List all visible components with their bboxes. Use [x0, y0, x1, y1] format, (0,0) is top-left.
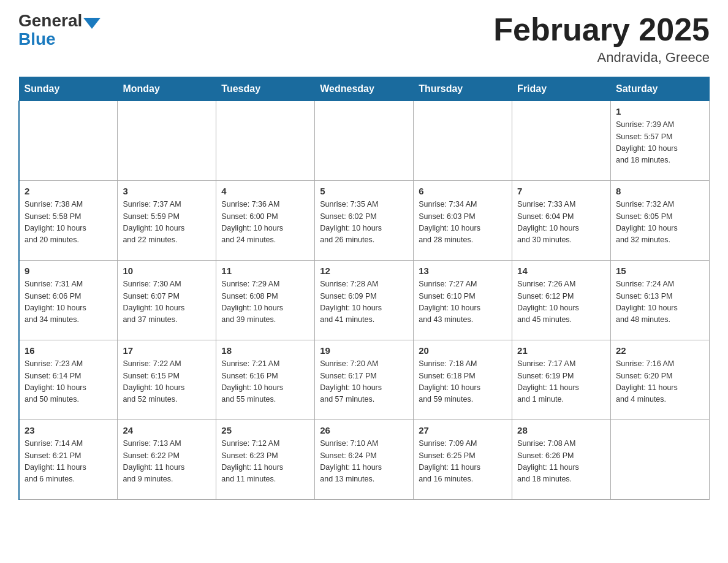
calendar-cell: 4Sunrise: 7:36 AM Sunset: 6:00 PM Daylig… — [216, 181, 315, 261]
calendar-cell: 20Sunrise: 7:18 AM Sunset: 6:18 PM Dayli… — [414, 340, 512, 420]
week-row-3: 9Sunrise: 7:31 AM Sunset: 6:06 PM Daylig… — [19, 261, 710, 340]
weekday-header-thursday: Thursday — [414, 77, 512, 101]
logo-general-text: General — [18, 12, 82, 29]
calendar-cell: 2Sunrise: 7:38 AM Sunset: 5:58 PM Daylig… — [19, 181, 118, 261]
logo-triangle-icon — [83, 18, 100, 29]
day-info: Sunrise: 7:21 AM Sunset: 6:16 PM Dayligh… — [221, 358, 309, 406]
day-number: 21 — [517, 345, 605, 356]
calendar-cell — [19, 101, 118, 181]
day-number: 20 — [419, 345, 507, 356]
calendar-cell: 27Sunrise: 7:09 AM Sunset: 6:25 PM Dayli… — [414, 420, 512, 500]
day-number: 7 — [517, 186, 605, 196]
calendar-cell: 9Sunrise: 7:31 AM Sunset: 6:06 PM Daylig… — [19, 261, 118, 340]
week-row-2: 2Sunrise: 7:38 AM Sunset: 5:58 PM Daylig… — [19, 181, 710, 261]
calendar-cell: 18Sunrise: 7:21 AM Sunset: 6:16 PM Dayli… — [216, 340, 315, 420]
day-info: Sunrise: 7:33 AM Sunset: 6:04 PM Dayligh… — [517, 199, 605, 247]
calendar-cell: 19Sunrise: 7:20 AM Sunset: 6:17 PM Dayli… — [315, 340, 414, 420]
weekday-header-tuesday: Tuesday — [216, 77, 315, 101]
day-number: 27 — [419, 425, 507, 435]
day-number: 9 — [25, 266, 112, 276]
day-number: 3 — [123, 186, 211, 196]
day-number: 22 — [616, 345, 704, 356]
calendar-cell: 10Sunrise: 7:30 AM Sunset: 6:07 PM Dayli… — [118, 261, 216, 340]
day-info: Sunrise: 7:23 AM Sunset: 6:14 PM Dayligh… — [25, 358, 112, 406]
calendar-cell — [315, 101, 414, 181]
day-number: 12 — [320, 266, 408, 276]
day-number: 18 — [221, 345, 309, 356]
day-info: Sunrise: 7:28 AM Sunset: 6:09 PM Dayligh… — [320, 278, 408, 326]
title-area: February 2025 Andravida, Greece — [493, 12, 710, 66]
day-number: 5 — [320, 186, 408, 196]
calendar-table: SundayMondayTuesdayWednesdayThursdayFrid… — [18, 77, 710, 500]
calendar-cell: 3Sunrise: 7:37 AM Sunset: 5:59 PM Daylig… — [118, 181, 216, 261]
weekday-header-wednesday: Wednesday — [315, 77, 414, 101]
weekday-header-saturday: Saturday — [611, 77, 710, 101]
week-row-1: 1Sunrise: 7:39 AM Sunset: 5:57 PM Daylig… — [19, 101, 710, 181]
day-info: Sunrise: 7:35 AM Sunset: 6:02 PM Dayligh… — [320, 199, 408, 247]
day-number: 2 — [25, 186, 112, 196]
calendar-cell: 26Sunrise: 7:10 AM Sunset: 6:24 PM Dayli… — [315, 420, 414, 500]
calendar-cell: 25Sunrise: 7:12 AM Sunset: 6:23 PM Dayli… — [216, 420, 315, 500]
week-row-5: 23Sunrise: 7:14 AM Sunset: 6:21 PM Dayli… — [19, 420, 710, 500]
calendar-cell: 23Sunrise: 7:14 AM Sunset: 6:21 PM Dayli… — [19, 420, 118, 500]
day-info: Sunrise: 7:38 AM Sunset: 5:58 PM Dayligh… — [25, 199, 112, 247]
day-info: Sunrise: 7:18 AM Sunset: 6:18 PM Dayligh… — [419, 358, 507, 406]
calendar-cell — [216, 101, 315, 181]
day-info: Sunrise: 7:32 AM Sunset: 6:05 PM Dayligh… — [616, 199, 704, 247]
calendar-cell: 11Sunrise: 7:29 AM Sunset: 6:08 PM Dayli… — [216, 261, 315, 340]
logo-blue-text: Blue — [18, 29, 56, 48]
day-number: 16 — [25, 345, 112, 356]
day-info: Sunrise: 7:24 AM Sunset: 6:13 PM Dayligh… — [616, 278, 704, 326]
day-info: Sunrise: 7:34 AM Sunset: 6:03 PM Dayligh… — [419, 199, 507, 247]
calendar-cell: 21Sunrise: 7:17 AM Sunset: 6:19 PM Dayli… — [512, 340, 611, 420]
calendar-cell: 8Sunrise: 7:32 AM Sunset: 6:05 PM Daylig… — [611, 181, 710, 261]
day-number: 26 — [320, 425, 408, 435]
day-number: 19 — [320, 345, 408, 356]
day-number: 13 — [419, 266, 507, 276]
header: General Blue February 2025 Andravida, Gr… — [18, 12, 710, 66]
day-number: 24 — [123, 425, 211, 435]
calendar-cell: 15Sunrise: 7:24 AM Sunset: 6:13 PM Dayli… — [611, 261, 710, 340]
calendar-cell: 16Sunrise: 7:23 AM Sunset: 6:14 PM Dayli… — [19, 340, 118, 420]
calendar-cell: 12Sunrise: 7:28 AM Sunset: 6:09 PM Dayli… — [315, 261, 414, 340]
day-number: 28 — [517, 425, 605, 435]
day-info: Sunrise: 7:30 AM Sunset: 6:07 PM Dayligh… — [123, 278, 211, 326]
calendar-cell: 6Sunrise: 7:34 AM Sunset: 6:03 PM Daylig… — [414, 181, 512, 261]
day-info: Sunrise: 7:09 AM Sunset: 6:25 PM Dayligh… — [419, 438, 507, 486]
day-number: 14 — [517, 266, 605, 276]
logo: General Blue — [18, 12, 102, 49]
day-info: Sunrise: 7:36 AM Sunset: 6:00 PM Dayligh… — [221, 199, 309, 247]
calendar-cell: 14Sunrise: 7:26 AM Sunset: 6:12 PM Dayli… — [512, 261, 611, 340]
day-info: Sunrise: 7:26 AM Sunset: 6:12 PM Dayligh… — [517, 278, 605, 326]
calendar-cell: 17Sunrise: 7:22 AM Sunset: 6:15 PM Dayli… — [118, 340, 216, 420]
calendar-subtitle: Andravida, Greece — [493, 50, 710, 66]
day-info: Sunrise: 7:27 AM Sunset: 6:10 PM Dayligh… — [419, 278, 507, 326]
day-info: Sunrise: 7:29 AM Sunset: 6:08 PM Dayligh… — [221, 278, 309, 326]
day-number: 23 — [25, 425, 112, 435]
day-info: Sunrise: 7:12 AM Sunset: 6:23 PM Dayligh… — [221, 438, 309, 486]
day-number: 25 — [221, 425, 309, 435]
day-info: Sunrise: 7:14 AM Sunset: 6:21 PM Dayligh… — [25, 438, 112, 486]
weekday-header-row: SundayMondayTuesdayWednesdayThursdayFrid… — [19, 77, 710, 101]
calendar-cell — [512, 101, 611, 181]
calendar-cell: 7Sunrise: 7:33 AM Sunset: 6:04 PM Daylig… — [512, 181, 611, 261]
day-info: Sunrise: 7:17 AM Sunset: 6:19 PM Dayligh… — [517, 358, 605, 406]
weekday-header-friday: Friday — [512, 77, 611, 101]
calendar-cell — [414, 101, 512, 181]
day-info: Sunrise: 7:16 AM Sunset: 6:20 PM Dayligh… — [616, 358, 704, 406]
day-number: 11 — [221, 266, 309, 276]
day-number: 4 — [221, 186, 309, 196]
day-info: Sunrise: 7:10 AM Sunset: 6:24 PM Dayligh… — [320, 438, 408, 486]
calendar-cell: 13Sunrise: 7:27 AM Sunset: 6:10 PM Dayli… — [414, 261, 512, 340]
day-number: 17 — [123, 345, 211, 356]
week-row-4: 16Sunrise: 7:23 AM Sunset: 6:14 PM Dayli… — [19, 340, 710, 420]
calendar-cell — [611, 420, 710, 500]
day-info: Sunrise: 7:39 AM Sunset: 5:57 PM Dayligh… — [616, 119, 704, 167]
day-number: 10 — [123, 266, 211, 276]
calendar-cell: 24Sunrise: 7:13 AM Sunset: 6:22 PM Dayli… — [118, 420, 216, 500]
day-info: Sunrise: 7:37 AM Sunset: 5:59 PM Dayligh… — [123, 199, 211, 247]
day-number: 8 — [616, 186, 704, 196]
day-number: 15 — [616, 266, 704, 276]
day-number: 1 — [616, 106, 704, 117]
weekday-header-monday: Monday — [118, 77, 216, 101]
